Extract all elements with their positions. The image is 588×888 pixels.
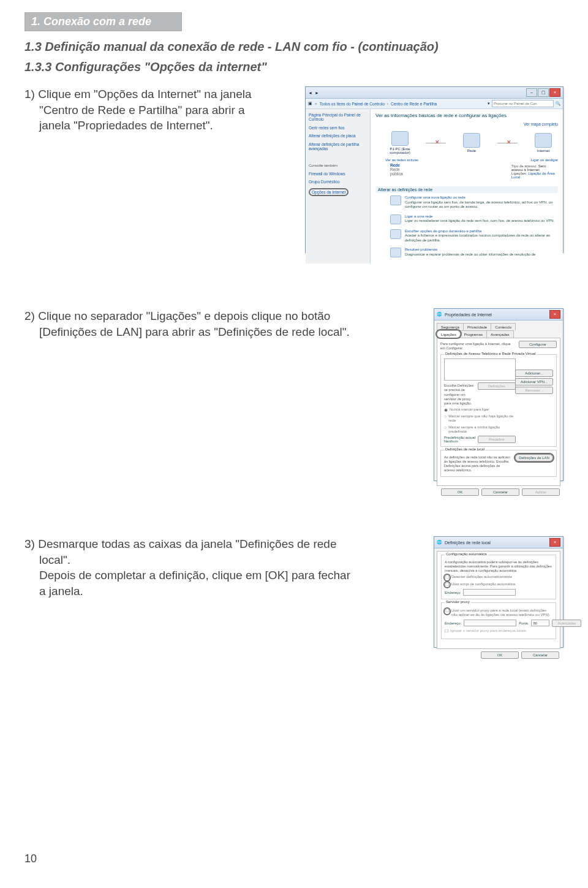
network-name[interactable]: Rede (390, 163, 407, 167)
search-icon[interactable]: 🔍 (556, 101, 560, 106)
back-icon[interactable]: ◄ (308, 91, 312, 95)
node-computer: PJ-PC (Este computador) (385, 131, 415, 154)
chk-detectar-auto[interactable]: Detectar definições automaticamente (445, 575, 552, 580)
proxy-note: Escolha Definições se precisa de configu… (444, 384, 475, 406)
internet-icon: 🌐 (437, 312, 442, 317)
tab-conteudo[interactable]: Conteúdo (491, 323, 516, 330)
ver-mapa-link[interactable]: Ver mapa completo (524, 122, 558, 126)
step3-line1: 3) Desmarque todas as caixas da janela "… (24, 537, 336, 550)
window-titlebar: ◄ ► – ▢ × (306, 87, 563, 99)
avancadas-button[interactable]: Avançadas (552, 620, 581, 627)
proxy-addr-input[interactable] (464, 620, 516, 626)
subtitle: 1.3 Definição manual da conexão de rede … (24, 40, 564, 54)
tabs-row-1: Segurança Privacidade Conteúdo (434, 321, 563, 330)
screenshot-centro-de-rede: ◄ ► – ▢ × ▣ « Todos os Itens do Painel d… (305, 86, 564, 253)
step-2-row: 2) Clique no separador "Ligações" e depo… (24, 308, 564, 481)
sidebar-opcoes-da-internet[interactable]: Opções da Internet (309, 188, 349, 196)
radio-nunca-marcar[interactable]: Nunca marcar para ligar (444, 408, 516, 412)
adicionar-button[interactable]: Adicionar... (515, 370, 553, 377)
breadcrumb-root[interactable]: Todos os Itens do Painel de Controlo (320, 102, 385, 106)
proxy-group-label: Servidor proxy (445, 600, 471, 604)
control-panel-icon: ▣ (308, 101, 312, 106)
endereco-script-input[interactable] (463, 589, 516, 596)
sidebar-item[interactable]: Alterar definições de placa (309, 134, 367, 138)
porta-label: Porta: (519, 621, 529, 625)
panel: Configuração automática A configuração a… (437, 551, 560, 649)
chk-usar-script[interactable]: Usar script de configuração automática (445, 582, 552, 587)
network-diagram: PJ-PC (Este computador) Rede Internet (385, 131, 558, 154)
step1-line1: 1) Clique em "Opções da Internet" na jan… (24, 88, 251, 101)
fwd-icon[interactable]: ► (315, 91, 319, 95)
predefinir-button[interactable]: Predefinir (478, 436, 516, 443)
breadcrumb-current[interactable]: Centro de Rede e Partilha (391, 102, 437, 106)
connect-icon (390, 214, 401, 224)
network-type: Rede pública (390, 167, 407, 176)
sidebar-home-link[interactable]: Página Principal do Painel de Controlo (309, 113, 367, 122)
max-button[interactable]: ▢ (538, 88, 549, 97)
definicoes-button[interactable]: Definições (478, 382, 516, 390)
sidebar-item[interactable]: Gerir redes sem fios (309, 126, 367, 130)
cancelar-button[interactable]: Cancelar (521, 651, 559, 659)
configurar-button[interactable]: Configurar (519, 341, 557, 348)
dialup-listbox[interactable] (444, 359, 516, 381)
tab-ligacoes[interactable]: Ligações (437, 330, 461, 338)
close-button[interactable]: × (549, 310, 560, 319)
predef-value: Nenhum (444, 439, 458, 443)
action-connect-network[interactable]: Ligar a uma redeLigar ou restabelecer um… (375, 212, 558, 227)
see-also-label: Consulte também (309, 164, 367, 168)
tab-panel: Para configurar uma ligação à Internet, … (437, 338, 560, 486)
sidebar-item[interactable]: Grupo Doméstico (309, 180, 367, 184)
lan-group-label: Definições de rede local (444, 447, 486, 451)
screenshot-definicoes-rede-local: 🌐 Definições de rede local × Configuraçã… (434, 536, 564, 648)
main-heading: Ver as informações básicas de rede e con… (375, 113, 558, 118)
ok-button[interactable]: OK (481, 651, 519, 659)
definicoes-de-lan-button[interactable]: Definições de LAN (515, 454, 553, 461)
screenshot-propriedades-internet: 🌐 Propriedades de Internet × Segurança P… (434, 308, 564, 481)
connector-1 (426, 143, 446, 143)
step3-line3: Depois de completar a definição, clique … (24, 567, 423, 583)
action-troubleshoot[interactable]: Resolver problemasDiagnosticar e reparar… (375, 245, 558, 260)
action-homegroup[interactable]: Escolher opções de grupo doméstico e par… (375, 227, 558, 246)
close-button[interactable]: × (549, 88, 560, 97)
node-network: Rede (457, 133, 486, 153)
lan-note: As definições de rede local não se aplic… (444, 455, 511, 473)
aplicar-button[interactable]: Aplicar (522, 488, 560, 496)
breadcrumb-bar: ▣ « Todos os Itens do Painel de Controlo… (306, 99, 563, 109)
chk-ignorar-proxy-local[interactable]: Ignorar o servidor proxy para endereços … (445, 629, 552, 634)
dialog-title: Propriedades de Internet (445, 313, 492, 317)
step1-line3: janela "Propriedades de Internet". (24, 118, 294, 134)
node-internet: Internet (529, 133, 558, 153)
radio-marcar-sem-rede[interactable]: Marcar sempre que não haja ligação de re… (444, 414, 516, 423)
network-icon: 🌐 (437, 540, 442, 545)
remover-button[interactable]: Remover... (515, 387, 553, 394)
chk-usar-proxy[interactable]: Usar um servidor proxy para a rede local… (445, 609, 552, 617)
sidebar-item[interactable]: Firewall do Windows (309, 172, 367, 176)
tab-seguranca[interactable]: Segurança (437, 323, 464, 330)
tab-avancadas[interactable]: Avançadas (486, 330, 514, 338)
dialup-group-label: Definições de Acesso Telefónico e Rede P… (444, 352, 537, 355)
step2-line2: [Definições de LAN] para abrir as "Defin… (24, 324, 423, 340)
adicionar-vpn-button[interactable]: Adicionar VPN... (515, 378, 553, 385)
step3-line2: local". (24, 552, 423, 568)
ok-button[interactable]: OK (441, 488, 479, 496)
sidebar-item[interactable]: Alterar definições de partilha avançadas (309, 142, 367, 151)
step-1-row: 1) Clique em "Opções da Internet" na jan… (24, 86, 564, 253)
radio-marcar-sempre[interactable]: Marcar sempre a minha ligação predefinid… (444, 425, 516, 434)
new-connection-icon (390, 195, 401, 205)
close-button[interactable]: × (549, 538, 560, 547)
step2-line1: 2) Clique no separador "Ligações" e depo… (24, 309, 330, 322)
globe-icon (535, 133, 552, 148)
min-button[interactable]: – (526, 88, 537, 97)
search-input[interactable] (492, 100, 554, 107)
tab-programas[interactable]: Programas (460, 330, 487, 338)
porta-input[interactable] (531, 620, 549, 626)
connect-disconnect-link[interactable]: Ligar ou desligar (531, 158, 558, 162)
step-1-text: 1) Clique em "Opções da Internet" na jan… (24, 86, 294, 253)
step1-line2: "Centro de Rede e Partilha" para abrir a (24, 102, 294, 118)
connector-2 (497, 143, 518, 143)
auto-config-note: A configuração automática poderá sobrepo… (445, 560, 552, 573)
cancelar-button[interactable]: Cancelar (481, 488, 519, 496)
tab-privacidade[interactable]: Privacidade (463, 323, 491, 330)
dialog-titlebar: 🌐 Definições de rede local × (434, 537, 563, 548)
action-new-connection[interactable]: Configurar uma nova ligação ou redeConfi… (375, 193, 558, 212)
